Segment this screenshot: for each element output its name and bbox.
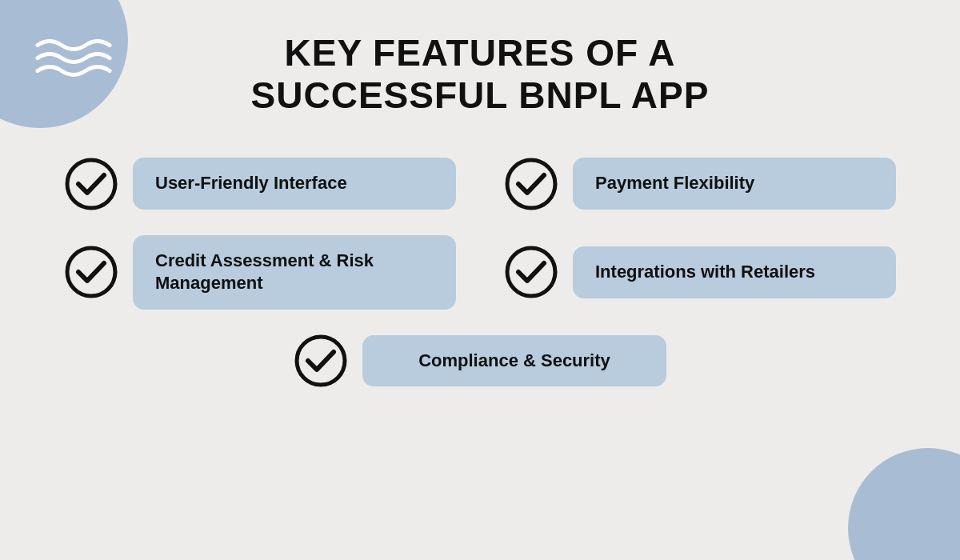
feature-label-integrations: Integrations with Retailers xyxy=(573,246,896,298)
page-title: KEY FEATURES OF A SUCCESSFUL BNPL APP xyxy=(0,0,960,117)
feature-label-user-friendly: User-Friendly Interface xyxy=(133,158,456,210)
svg-point-1 xyxy=(507,160,555,208)
feature-label-compliance-security: Compliance & Security xyxy=(362,335,666,387)
feature-label-credit-assessment: Credit Assessment & Risk Management xyxy=(133,235,456,310)
checkmark-icon-compliance-security xyxy=(294,334,348,388)
svg-point-4 xyxy=(297,337,345,385)
features-grid: User-Friendly Interface Payment Flexibil… xyxy=(0,117,960,326)
svg-point-0 xyxy=(67,160,115,208)
bg-circle-bottom-right xyxy=(848,448,960,560)
feature-item-user-friendly: User-Friendly Interface xyxy=(64,157,456,211)
checkmark-icon-integrations xyxy=(504,245,558,299)
svg-point-3 xyxy=(507,248,555,296)
svg-point-2 xyxy=(67,248,115,296)
feature-item-compliance-security: Compliance & Security xyxy=(294,334,666,388)
title-line1: KEY FEATURES OF A xyxy=(0,32,960,74)
feature-label-payment-flexibility: Payment Flexibility xyxy=(573,158,896,210)
bottom-row: Compliance & Security xyxy=(0,326,960,388)
checkmark-icon-user-friendly xyxy=(64,157,118,211)
checkmark-icon-credit-assessment xyxy=(64,245,118,299)
feature-item-payment-flexibility: Payment Flexibility xyxy=(504,157,896,211)
checkmark-icon-payment-flexibility xyxy=(504,157,558,211)
title-line2: SUCCESSFUL BNPL APP xyxy=(0,74,960,117)
feature-item-credit-assessment: Credit Assessment & Risk Management xyxy=(64,235,456,310)
feature-item-integrations: Integrations with Retailers xyxy=(504,235,896,310)
